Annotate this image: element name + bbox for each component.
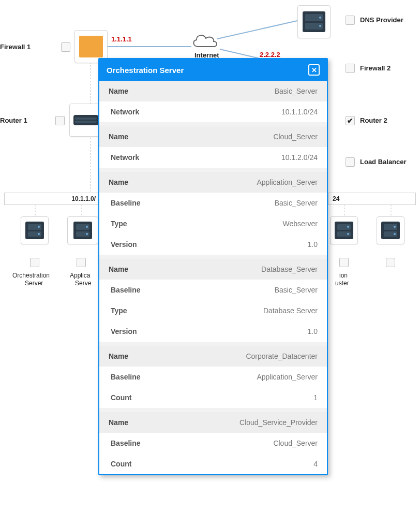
label-loadbalancer: Load Balancer: [360, 158, 407, 166]
label-right-ion: ion: [339, 272, 348, 279]
property-row: NameCloud_Service_Provider: [99, 412, 327, 433]
label-firewall2: Firewall 2: [360, 64, 391, 72]
checkbox-application[interactable]: [77, 258, 86, 267]
node-application-server[interactable]: [67, 216, 98, 244]
label-right-uster: uster: [335, 280, 349, 287]
property-value: Webserver: [283, 220, 318, 228]
ip-label-2: 2.2.2.2: [260, 51, 280, 59]
property-key: Type: [109, 306, 127, 315]
subnet-bar-left: 10.1.1.0/: [4, 193, 98, 205]
property-value: Corporate_Datacenter: [246, 352, 318, 360]
server-icon: [25, 222, 44, 239]
orchestration-server-panel: Orchestration Server ✕ NameBasic_ServerN…: [98, 58, 328, 475]
property-row: Count4: [99, 454, 327, 474]
property-value: Database_Server: [261, 265, 318, 273]
node-right-1[interactable]: [330, 216, 358, 244]
property-key: Count: [109, 393, 131, 402]
checkbox-dns[interactable]: [346, 16, 355, 25]
node-dns[interactable]: [297, 5, 331, 38]
label-router1: Router 1: [0, 116, 27, 124]
router-icon: [73, 115, 98, 125]
property-value: 4: [313, 460, 318, 468]
property-row: BaselineBasic_Server: [99, 280, 327, 300]
checkbox-orchestration[interactable]: [30, 258, 39, 267]
checkbox-loadbalancer[interactable]: [346, 157, 355, 167]
label-firewall1: Firewall 1: [0, 43, 31, 51]
property-group: NameApplication_ServerBaselineBasic_Serv…: [99, 172, 327, 259]
property-value: Application_Server: [257, 178, 318, 186]
property-key: Baseline: [109, 373, 141, 381]
property-group: NameCorporate_DatacenterBaselineApplicat…: [99, 346, 327, 412]
property-row: NameCorporate_Datacenter: [99, 346, 327, 367]
property-value: 1.0: [308, 327, 318, 335]
label-router2: Router 2: [360, 116, 387, 124]
checkbox-right-1[interactable]: [339, 258, 349, 267]
property-key: Network: [109, 153, 139, 162]
property-group: NameCloud_ServerNetwork10.1.2.0/24: [99, 126, 327, 172]
property-value: Cloud_Server: [273, 439, 318, 447]
property-key: Baseline: [109, 439, 141, 447]
property-key: Name: [109, 178, 128, 186]
subnet-right-text: 24: [333, 195, 339, 202]
panel-title: Orchestration Server: [107, 66, 184, 75]
property-row: Network10.1.1.0/24: [99, 101, 327, 122]
node-router1[interactable]: [69, 104, 102, 137]
property-row: Network10.1.2.0/24: [99, 147, 327, 168]
property-row: BaselineApplication_Server: [99, 367, 327, 387]
property-key: Version: [109, 327, 137, 335]
property-value: Basic_Server: [275, 286, 318, 294]
property-key: Version: [109, 240, 137, 249]
server-icon: [73, 222, 92, 239]
node-right-2[interactable]: [377, 216, 404, 244]
property-value: Application_Server: [257, 373, 318, 381]
property-row: Version1.0: [99, 234, 327, 255]
property-row: NameApplication_Server: [99, 172, 327, 193]
checkbox-right-2[interactable]: [386, 258, 395, 267]
label-application-1: Applica: [70, 272, 90, 279]
label-orchestration-2: Server: [25, 280, 43, 287]
label-dns: DNS Provider: [360, 16, 403, 24]
property-row: NameCloud_Server: [99, 126, 327, 147]
checkbox-firewall1[interactable]: [61, 42, 70, 52]
property-key: Name: [109, 265, 128, 273]
checkbox-router1[interactable]: [55, 116, 65, 125]
property-value: Cloud_Service_Provider: [239, 418, 318, 427]
property-row: BaselineBasic_Server: [99, 193, 327, 213]
property-key: Type: [109, 220, 127, 228]
property-key: Baseline: [109, 286, 141, 294]
subnet-left-text: 10.1.1.0/: [71, 195, 98, 202]
property-row: TypeWebserver: [99, 213, 327, 234]
property-key: Name: [109, 133, 128, 141]
server-icon: [335, 222, 353, 239]
close-button[interactable]: ✕: [308, 64, 320, 76]
svg-line-1: [217, 21, 297, 39]
panel-header[interactable]: Orchestration Server ✕: [99, 59, 327, 81]
property-key: Name: [109, 352, 128, 360]
property-value: 10.1.2.0/24: [281, 153, 318, 162]
server-icon: [381, 222, 400, 239]
node-internet[interactable]: [189, 31, 220, 51]
property-key: Count: [109, 460, 131, 468]
label-application-2: Serve: [75, 280, 91, 287]
property-row: NameBasic_Server: [99, 81, 327, 101]
node-orchestration-server[interactable]: [21, 216, 49, 244]
ip-label-1: 1.1.1.1: [111, 35, 132, 43]
property-group: NameDatabase_ServerBaselineBasic_ServerT…: [99, 259, 327, 346]
property-value: 1: [313, 393, 318, 402]
label-orchestration-1: Orchestration: [12, 272, 50, 279]
property-value: Basic_Server: [275, 87, 318, 95]
panel-body: NameBasic_ServerNetwork10.1.1.0/24NameCl…: [99, 81, 327, 474]
subnet-bar-right: 24: [328, 193, 416, 205]
server-icon: [303, 11, 325, 32]
property-group: NameBasic_ServerNetwork10.1.1.0/24: [99, 81, 327, 126]
property-value: 1.0: [308, 240, 318, 249]
property-key: Baseline: [109, 199, 141, 207]
property-value: Cloud_Server: [273, 133, 318, 141]
property-value: Database Server: [263, 306, 318, 315]
checkbox-router2[interactable]: ✔: [346, 116, 355, 125]
property-row: Count1: [99, 387, 327, 408]
checkbox-firewall2[interactable]: [346, 64, 355, 73]
property-row: Version1.0: [99, 321, 327, 342]
cloud-icon: [189, 31, 220, 51]
property-key: Name: [109, 87, 128, 95]
